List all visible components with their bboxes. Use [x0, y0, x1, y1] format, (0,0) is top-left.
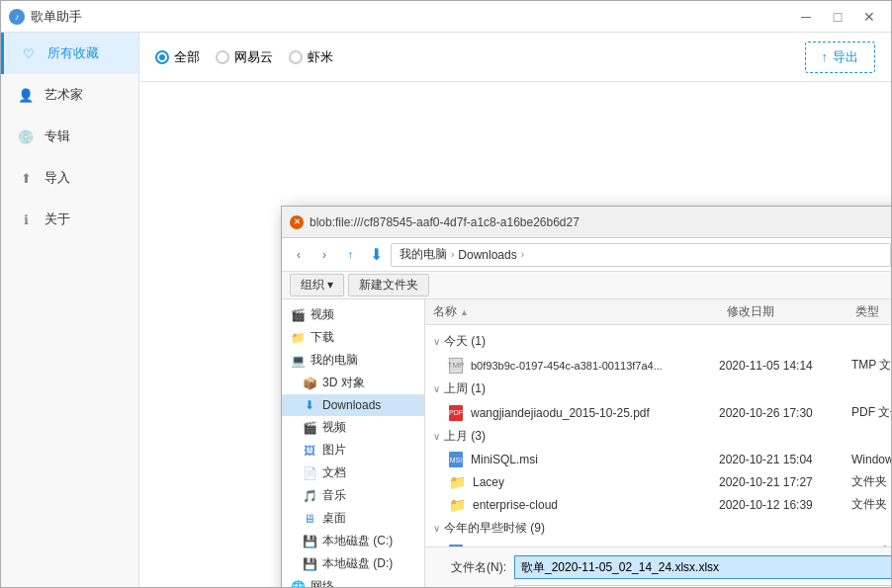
file-row-lacey[interactable]: 📁 Lacey 2020-10-21 17:27 文件夹 — [425, 470, 891, 493]
file-type-lacey: 文件夹 — [851, 473, 891, 490]
app-icon: ♪ — [9, 9, 25, 25]
maximize-button[interactable]: □ — [824, 3, 851, 31]
tree-item-network[interactable]: 🌐 网络 — [282, 575, 424, 587]
export-label: 导出 — [833, 48, 858, 66]
col-header-name[interactable]: 名称 ▲ — [433, 303, 727, 320]
sidebar-item-artists[interactable]: 👤 艺术家 — [1, 74, 138, 116]
breadcrumb-sep1: › — [451, 249, 454, 260]
address-path[interactable]: 我的电脑 › Downloads › — [391, 243, 891, 267]
network-icon: 🌐 — [290, 579, 306, 588]
tree-label-3dobjects: 3D 对象 — [322, 375, 365, 391]
tmp-file-icon: TMP — [449, 358, 463, 374]
sidebar-label-import: 导入 — [45, 169, 70, 187]
group-label-earlier: ∨ 今年的早些时候 (9) — [425, 516, 891, 541]
radio-circle-xiami — [289, 50, 303, 64]
downloads-icon: ⬇ — [365, 244, 387, 266]
back-button[interactable]: ‹ — [288, 244, 310, 266]
tree-label-documents: 文档 — [322, 464, 346, 481]
new-folder-button[interactable]: 新建文件夹 — [348, 274, 429, 296]
breadcrumb-downloads: Downloads — [458, 248, 516, 262]
drive-c-icon: 💾 — [302, 534, 317, 549]
desktop-icon: 🖥 — [302, 511, 317, 527]
radio-xiami[interactable]: 虾米 — [289, 48, 333, 66]
export-button[interactable]: ↑ 导出 — [805, 42, 876, 73]
sidebar: ♡ 所有收藏 👤 艺术家 💿 专辑 ⬆ 导入 ℹ 关于 — [1, 33, 139, 587]
drive-d-icon: 💾 — [302, 556, 317, 572]
breadcrumb: 我的电脑 › Downloads › — [400, 246, 524, 263]
user-icon: 👤 — [17, 86, 35, 104]
sort-icon: ▲ — [460, 307, 469, 317]
folder-yellow-icon: 📁 — [290, 330, 306, 346]
file-date-enterprise: 2020-10-12 16:39 — [719, 498, 847, 512]
minimize-button[interactable]: ─ — [792, 3, 820, 31]
sidebar-label-albums: 专辑 — [45, 127, 70, 145]
window-controls: ─ □ ✕ — [792, 3, 883, 31]
tree-item-videos[interactable]: 🎬 视频 — [282, 303, 424, 326]
tree-item-pictures[interactable]: 🖼 图片 — [282, 439, 424, 462]
tree-item-music[interactable]: 🎵 音乐 — [282, 484, 424, 507]
sidebar-item-albums[interactable]: 💿 专辑 — [1, 116, 138, 157]
sidebar-item-import[interactable]: ⬆ 导入 — [1, 157, 138, 199]
tree-item-drive-d[interactable]: 💾 本地磁盘 (D:) — [282, 552, 424, 575]
tree-item-3dobjects[interactable]: 📦 3D 对象 — [282, 372, 424, 394]
sidebar-label-artists: 艺术家 — [45, 86, 83, 104]
file-dialog: ✕ blob:file:///cf878545-aaf0-4d7f-a1c8-a… — [281, 206, 891, 587]
col-header-type[interactable]: 类型 — [855, 303, 891, 320]
radio-group: 全部 网易云 虾米 — [155, 48, 333, 66]
file-name-tmp: b0f93b9c-0197-454c-a381-00113f7a4... — [471, 360, 715, 372]
import-icon: ⬆ — [17, 169, 35, 187]
tree-item-mycomputer[interactable]: 💻 我的电脑 — [282, 349, 424, 372]
file-row-msi[interactable]: MSI MiniSQL.msi 2020-10-21 15:04 Windows… — [425, 449, 891, 470]
radio-label-all: 全部 — [174, 48, 200, 66]
radio-all[interactable]: 全部 — [155, 48, 200, 66]
file-type-msi: Windows Install... — [851, 453, 891, 466]
radio-label-netease: 网易云 — [234, 48, 273, 66]
tree-item-desktop[interactable]: 🖥 桌面 — [282, 507, 424, 530]
close-button[interactable]: ✕ — [855, 3, 883, 31]
radio-circle-netease — [216, 50, 229, 64]
filetype-select[interactable]: All Files (*.*) — [514, 585, 891, 587]
file-row-enterprise[interactable]: 📁 enterprise-cloud 2020-10-12 16:39 文件夹 — [425, 493, 891, 516]
dialog-titlebar: ✕ blob:file:///cf878545-aaf0-4d7f-a1c8-a… — [282, 207, 891, 238]
dialog-icon: ✕ — [290, 215, 304, 229]
file-row-tmp[interactable]: TMP b0f93b9c-0197-454c-a381-00113f7a4...… — [425, 354, 891, 377]
pdf-file-icon: PDF — [449, 405, 463, 421]
documents-icon: 📄 — [302, 465, 317, 481]
file-name-msi: MiniSQL.msi — [471, 453, 715, 466]
tree-label-pictures: 图片 — [322, 442, 346, 459]
tree-label-music: 音乐 — [322, 487, 346, 504]
group-today-text: 今天 (1) — [444, 333, 486, 350]
tree-item-downloads[interactable]: 📁 下载 — [282, 326, 424, 349]
folder-lacey-icon: 📁 — [449, 474, 465, 490]
title-bar: ♪ 歌单助手 ─ □ ✕ — [1, 1, 891, 33]
msi-file-icon: MSI — [449, 452, 463, 467]
breadcrumb-computer: 我的电脑 — [400, 246, 447, 263]
group-label-lastweek: ∨ 上周 (1) — [425, 377, 891, 401]
video-sub-icon: 🎬 — [302, 420, 317, 436]
forward-button[interactable]: › — [313, 244, 335, 266]
video-folder-icon: 🎬 — [290, 307, 306, 323]
tree-label-network: 网络 — [311, 578, 334, 587]
breadcrumb-sep2: › — [521, 249, 524, 260]
tree-label-drive-d: 本地磁盘 (D:) — [322, 555, 393, 572]
tree-item-drive-c[interactable]: 💾 本地磁盘 (C:) — [282, 530, 424, 552]
group-label-today: ∨ 今天 (1) — [425, 329, 891, 354]
group-lastweek-text: 上周 (1) — [444, 380, 486, 397]
sidebar-item-favorites[interactable]: ♡ 所有收藏 — [1, 33, 138, 74]
col-header-date[interactable]: 修改日期 — [727, 303, 855, 320]
group-earlier-text: 今年的早些时候 (9) — [444, 520, 545, 537]
organize-button[interactable]: 组织 ▾ — [290, 274, 344, 296]
album-icon: 💿 — [17, 127, 35, 145]
tree-item-video-sub[interactable]: 🎬 视频 — [282, 416, 424, 439]
file-name-enterprise: enterprise-cloud — [473, 498, 715, 512]
sidebar-item-about[interactable]: ℹ 关于 — [1, 199, 138, 240]
file-row-pdf[interactable]: PDF wangjiandejiaodu_2015-10-25.pdf 2020… — [425, 401, 891, 424]
filename-input[interactable] — [514, 555, 891, 579]
sidebar-label-about: 关于 — [45, 210, 70, 228]
tree-item-downloads-sub[interactable]: ⬇ Downloads — [282, 394, 424, 416]
tree-item-documents[interactable]: 📄 文档 — [282, 462, 424, 484]
pictures-icon: 🖼 — [302, 443, 317, 459]
heart-icon: ♡ — [20, 44, 38, 62]
radio-netease[interactable]: 网易云 — [216, 48, 273, 66]
up-button[interactable]: ↑ — [339, 244, 361, 266]
